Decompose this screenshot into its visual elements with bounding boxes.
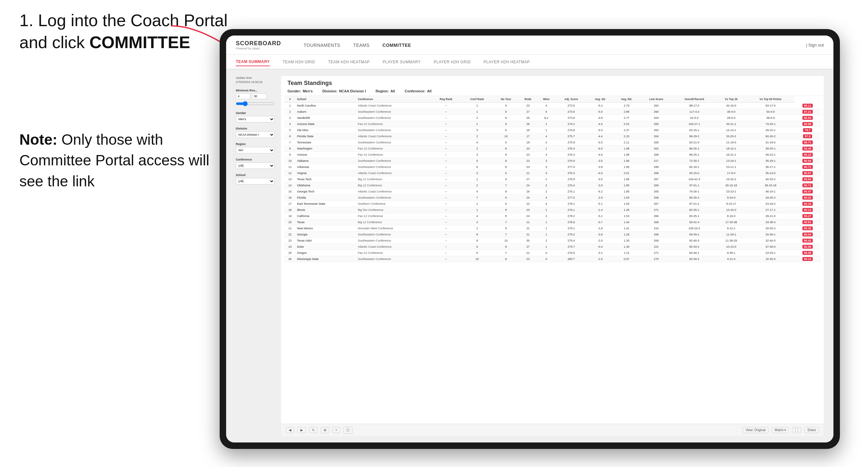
toolbar-refresh[interactable]: ↻ xyxy=(309,427,317,433)
cell-0-13: 42-16-0 xyxy=(716,103,747,109)
division-select[interactable]: NCAA Division I NCAA Division II NCAA Di… xyxy=(236,131,275,138)
min-rounds-slider[interactable] xyxy=(236,101,275,106)
sign-out-button[interactable]: | Sign out xyxy=(806,43,824,48)
toolbar-watch[interactable]: Watch ▾ xyxy=(772,427,789,433)
cell-5-0: 6 xyxy=(284,133,296,139)
toolbar-view[interactable]: View: Original xyxy=(743,427,769,433)
cell-22-10: 1.30 xyxy=(613,238,640,244)
cell-4-3: – xyxy=(431,127,461,133)
subnav-player-summary[interactable]: PLAYER SUMMARY xyxy=(383,58,421,66)
cell-16-2: Southern Conference xyxy=(356,201,431,207)
score-badge: 80.57 xyxy=(802,171,813,175)
cell-9-14: 35-29-1 xyxy=(746,158,795,164)
cell-18-15: 80.27 xyxy=(795,213,820,219)
cell-0-6: 23 xyxy=(519,103,537,109)
score-badge: 80.94 xyxy=(802,159,813,163)
min-rounds-min-input[interactable] xyxy=(236,93,250,99)
subnav-player-h2h-heatmap[interactable]: PLAYER H2H HEATMAP xyxy=(484,58,530,66)
region-select[interactable]: N/A All xyxy=(236,147,275,153)
school-select[interactable]: (All) xyxy=(236,178,275,184)
col-school: School xyxy=(296,96,356,103)
cell-6-12: 63-21-0 xyxy=(673,139,716,146)
cell-0-9: -5.2 xyxy=(587,103,613,109)
cell-12-0: 13 xyxy=(284,176,296,183)
cell-0-15: 89.11 xyxy=(795,103,820,109)
cell-16-9: -5.1 xyxy=(587,201,613,207)
cell-25-11: 270 xyxy=(640,256,673,262)
cell-15-15: 80.02 xyxy=(795,195,820,201)
col-rnds: Rnds xyxy=(519,96,537,103)
cell-19-12: 59-41-4 xyxy=(673,219,716,225)
cell-1-6: 27 xyxy=(519,109,537,115)
cell-24-0: 25 xyxy=(284,250,296,256)
cell-25-15: 80.13 xyxy=(795,256,820,262)
cell-24-3: – xyxy=(431,250,461,256)
cell-24-7: 0 xyxy=(537,250,555,256)
cell-25-8: 280.7 xyxy=(555,256,587,262)
cell-11-7: 4 xyxy=(537,170,555,176)
cell-10-6: 23 xyxy=(519,164,537,170)
cell-14-8: 276.1 xyxy=(555,189,587,195)
min-rounds-max-input[interactable] xyxy=(252,93,267,99)
cell-22-9: -2.0 xyxy=(587,238,613,244)
score-badge: 80.16 xyxy=(802,202,813,206)
cell-8-10: 1.98 xyxy=(613,152,640,158)
cell-3-13: 43-21-1 xyxy=(716,121,747,127)
toolbar-fullscreen[interactable]: ⛶ xyxy=(792,427,801,433)
toolbar-share[interactable]: Share xyxy=(804,427,819,433)
cell-13-10: 1.85 xyxy=(613,183,640,189)
subnav-team-h2h-grid[interactable]: TEAM H2H GRID xyxy=(283,58,315,66)
cell-0-0: 1 xyxy=(284,103,296,109)
logo-sub: Powered by clippd xyxy=(236,47,281,50)
cell-12-13: 15-32-2 xyxy=(716,176,747,183)
toolbar-copy[interactable]: ⊞ xyxy=(321,427,329,433)
cell-2-4: 2 xyxy=(461,115,493,121)
cell-13-0: 14 xyxy=(284,183,296,189)
cell-18-14: 29-21-0 xyxy=(746,213,795,219)
cell-6-6: 18 xyxy=(519,139,537,146)
table-row: 13Texas TechBig 12 Conference–19272276.9… xyxy=(284,176,820,183)
cell-21-12: 59-39-1 xyxy=(673,231,716,238)
cell-6-1: Tennessee xyxy=(296,139,356,146)
toolbar-view-label: View: Original xyxy=(746,428,766,432)
nav-committee[interactable]: COMMITTEE xyxy=(382,41,411,50)
subnav-team-h2h-heatmap[interactable]: TEAM H2H HEATMAP xyxy=(328,58,370,66)
subnav-player-h2h-grid[interactable]: PLAYER H2H GRID xyxy=(434,58,471,66)
cell-5-15: 87.9 xyxy=(795,133,820,139)
cell-16-3: – xyxy=(431,201,461,207)
cell-20-0: 21 xyxy=(284,225,296,231)
cell-18-13: 8-16-0 xyxy=(716,213,747,219)
cell-9-11: 217 xyxy=(640,158,673,164)
cell-2-6: 26 xyxy=(519,115,537,121)
cell-0-10: 2.70 xyxy=(613,103,640,109)
subnav-team-summary[interactable]: TEAM SUMMARY xyxy=(236,58,270,66)
toolbar-back[interactable]: ◀ xyxy=(286,427,294,433)
cell-11-6: 21 xyxy=(519,170,537,176)
conference-select[interactable]: (All) SEC ACC xyxy=(236,162,275,169)
toolbar-info[interactable]: ⓘ xyxy=(343,427,352,434)
cell-0-2: Atlantic Coast Conference xyxy=(356,103,431,109)
cell-1-13: 30-4-0 xyxy=(716,109,747,115)
cell-6-3: – xyxy=(431,139,461,146)
cell-2-12: 91-6.0 xyxy=(673,115,716,121)
cell-23-7: 1 xyxy=(537,244,555,250)
cell-21-15: 80.54 xyxy=(795,231,820,238)
cell-4-5: 6 xyxy=(493,127,519,133)
table-row: 8WashingtonPac-12 Conference–28231276.3-… xyxy=(284,146,820,152)
toolbar-forward[interactable]: ▶ xyxy=(298,427,306,433)
cell-17-11: 271 xyxy=(640,207,673,213)
table-row: 11ArkansasSoutheastern Conference–682332… xyxy=(284,164,820,170)
nav-teams[interactable]: TEAMS xyxy=(353,41,370,50)
filter-gender: Gender Men's Women's xyxy=(236,112,275,122)
nav-tournaments[interactable]: TOURNAMENTS xyxy=(304,41,340,50)
toolbar-add[interactable]: + xyxy=(332,427,340,433)
score-badge: 80.91 xyxy=(802,220,813,224)
cell-8-3: – xyxy=(431,152,461,158)
score-badge: 80.71 xyxy=(802,183,813,187)
cell-21-13: 11-29-1 xyxy=(716,231,747,238)
col-conf-rank: Conf Rank xyxy=(461,96,493,103)
cell-5-13: 33-25-2 xyxy=(716,133,747,139)
score-badge: 80.02 xyxy=(802,196,813,199)
cell-2-1: Vanderbilt xyxy=(296,115,356,121)
gender-select[interactable]: Men's Women's xyxy=(236,116,275,122)
